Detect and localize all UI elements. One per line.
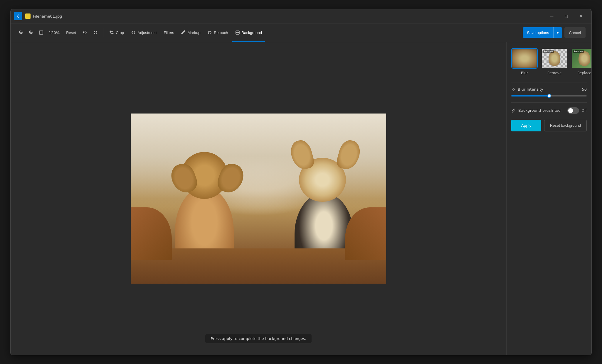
- main-image: [131, 114, 386, 284]
- brush-tool-label: Background brush tool: [518, 108, 561, 113]
- svg-line-2: [22, 34, 23, 34]
- blur-icon: [511, 87, 516, 92]
- brush-toggle-container: Off: [567, 107, 587, 114]
- svg-point-16: [512, 89, 512, 90]
- cancel-button[interactable]: Cancel: [564, 27, 586, 38]
- toggle-knob: [568, 108, 573, 113]
- replace-option[interactable]: Preview Replace: [571, 48, 591, 75]
- window-controls: — □ ✕: [545, 11, 588, 21]
- replace-preview-label: Preview: [573, 50, 584, 53]
- panel-divider-1: [511, 82, 587, 82]
- slider-thumb[interactable]: [547, 94, 551, 98]
- svg-line-8: [40, 32, 42, 33]
- brush-icon: [511, 108, 516, 113]
- reset-background-button[interactable]: Reset background: [544, 120, 587, 131]
- minimize-button[interactable]: —: [545, 11, 559, 21]
- save-options-caret[interactable]: ▾: [553, 27, 562, 38]
- remove-label: Remove: [547, 71, 562, 75]
- save-options-button[interactable]: Save options ▾: [523, 27, 562, 38]
- toolbar-right: Save options ▾ Cancel: [523, 27, 586, 38]
- markup-tool-button[interactable]: Markup: [178, 27, 203, 38]
- zoom-controls: 120%: [16, 27, 62, 38]
- zoom-out-button[interactable]: [16, 27, 26, 38]
- svg-point-14: [513, 88, 514, 88]
- brush-tool-label-container: Background brush tool: [511, 108, 561, 113]
- dog-scene: [131, 114, 386, 284]
- blur-intensity-row: Blur Intensity 50: [511, 87, 587, 92]
- undo-button[interactable]: [80, 27, 90, 38]
- remove-preview-label: Preview: [543, 50, 554, 53]
- zoom-in-button[interactable]: [26, 27, 36, 38]
- remove-thumbnail[interactable]: Preview: [541, 48, 568, 69]
- blur-slider[interactable]: [511, 95, 587, 96]
- zoom-fit-button[interactable]: [36, 27, 46, 38]
- retouch-tool-button[interactable]: Retouch: [204, 27, 231, 38]
- panel-divider-2: [511, 102, 587, 103]
- background-options: Blur Preview Remove Preview Re: [511, 48, 587, 75]
- adjustment-tool-button[interactable]: Adjustment: [128, 27, 159, 38]
- action-buttons: Apply Reset background: [511, 120, 587, 131]
- replace-thumbnail[interactable]: Preview: [571, 48, 591, 69]
- toolbar-separator: [103, 28, 103, 37]
- svg-point-10: [133, 32, 134, 33]
- brush-tool-row: Background brush tool Off: [511, 107, 587, 114]
- back-button[interactable]: [14, 12, 22, 20]
- svg-point-17: [515, 89, 515, 90]
- replace-label: Replace: [577, 71, 591, 75]
- toggle-state-label: Off: [581, 109, 587, 113]
- maximize-button[interactable]: □: [560, 11, 573, 21]
- image-container: [131, 114, 386, 284]
- crop-tool-button[interactable]: Crop: [106, 27, 127, 38]
- filters-tool-button[interactable]: Filters: [161, 27, 177, 38]
- redo-button[interactable]: [91, 27, 100, 38]
- svg-line-6: [32, 34, 33, 34]
- blur-intensity-label: Blur Intensity: [518, 87, 543, 92]
- blur-label: Blur: [521, 71, 528, 75]
- slider-fill: [511, 95, 549, 96]
- titlebar: Filename01.jpg — □ ✕: [11, 9, 591, 23]
- blur-intensity-label-container: Blur Intensity: [511, 87, 543, 92]
- status-bar: Press apply to complete the background c…: [205, 334, 312, 343]
- zoom-level: 120%: [46, 31, 62, 35]
- blur-intensity-value: 50: [582, 87, 587, 92]
- svg-point-13: [513, 89, 514, 90]
- svg-point-9: [132, 31, 135, 34]
- brush-toggle[interactable]: [567, 107, 579, 114]
- reset-button[interactable]: Reset: [63, 27, 79, 38]
- right-panel: Blur Preview Remove Preview Re: [506, 42, 591, 355]
- app-icon: [25, 13, 31, 19]
- blur-thumbnail[interactable]: [511, 48, 538, 69]
- main-content: Press apply to complete the background c…: [11, 42, 591, 355]
- blur-option[interactable]: Blur: [511, 48, 538, 75]
- app-window: Filename01.jpg — □ ✕ 120% Reset: [10, 9, 592, 355]
- toolbar: 120% Reset Crop Adjustment Filters Marku…: [11, 23, 591, 42]
- close-button[interactable]: ✕: [574, 11, 588, 21]
- svg-point-15: [513, 91, 514, 91]
- canvas-area: Press apply to complete the background c…: [11, 42, 506, 355]
- apply-button[interactable]: Apply: [511, 120, 541, 131]
- background-tool-button[interactable]: Background: [232, 27, 265, 38]
- remove-option[interactable]: Preview Remove: [541, 48, 568, 75]
- window-title: Filename01.jpg: [33, 14, 545, 18]
- status-message: Press apply to complete the background c…: [211, 336, 306, 341]
- save-options-label: Save options: [523, 27, 553, 38]
